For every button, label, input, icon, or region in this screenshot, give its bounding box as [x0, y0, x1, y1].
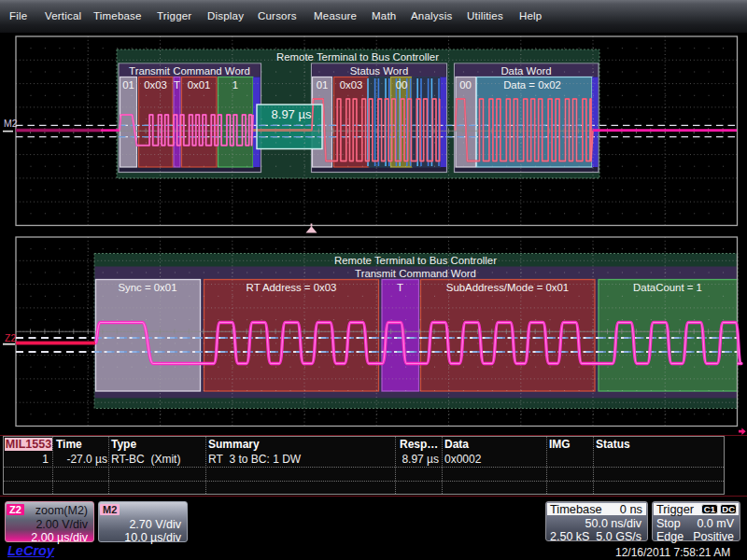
svg-text:Remote Terminal to Bus Control: Remote Terminal to Bus Controller — [334, 255, 497, 266]
svg-text:00: 00 — [459, 79, 472, 91]
svg-text:M2: M2 — [4, 118, 18, 129]
svg-text:0x03: 0x03 — [144, 79, 167, 91]
svg-text:0x01: 0x01 — [188, 79, 211, 91]
svg-text:1: 1 — [233, 79, 238, 91]
svg-text:Z2: Z2 — [5, 332, 16, 343]
svg-text:8.97 µs: 8.97 µs — [272, 107, 312, 121]
svg-text:Data = 0x02: Data = 0x02 — [503, 79, 561, 91]
svg-text:Transmit Command Word: Transmit Command Word — [129, 65, 250, 77]
svg-text:Transmit Command Word: Transmit Command Word — [355, 268, 476, 279]
svg-text:RT Address = 0x03: RT Address = 0x03 — [247, 282, 337, 293]
svg-text:SubAddress/Mode = 0x01: SubAddress/Mode = 0x01 — [446, 282, 569, 293]
svg-text:Sync = 0x01: Sync = 0x01 — [118, 282, 176, 293]
svg-text:00: 00 — [396, 79, 408, 91]
svg-text:T: T — [397, 282, 403, 293]
svg-text:T: T — [174, 79, 180, 91]
svg-text:01: 01 — [317, 79, 329, 91]
svg-text:01: 01 — [122, 79, 134, 91]
svg-text:Status Word: Status Word — [350, 65, 408, 77]
svg-text:Remote Terminal to Bus Control: Remote Terminal to Bus Controller — [276, 51, 439, 63]
svg-text:DataCount = 1: DataCount = 1 — [633, 282, 702, 293]
svg-text:0x03: 0x03 — [340, 79, 363, 91]
svg-text:Data Word: Data Word — [500, 65, 551, 77]
